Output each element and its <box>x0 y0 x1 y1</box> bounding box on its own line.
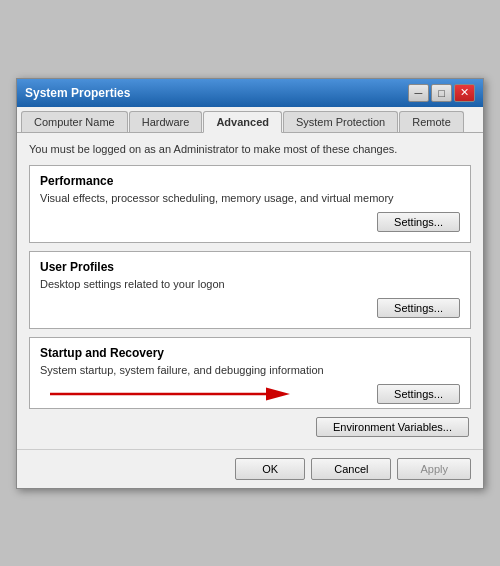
cancel-button[interactable]: Cancel <box>311 458 391 480</box>
performance-title: Performance <box>40 174 460 188</box>
performance-desc: Visual effects, processor scheduling, me… <box>40 192 460 204</box>
performance-section: Performance Visual effects, processor sc… <box>29 165 471 243</box>
tab-system-protection[interactable]: System Protection <box>283 111 398 132</box>
startup-recovery-title: Startup and Recovery <box>40 346 460 360</box>
svg-marker-1 <box>266 387 290 400</box>
title-bar-buttons: ─ □ ✕ <box>408 84 475 102</box>
startup-recovery-section: Startup and Recovery System startup, sys… <box>29 337 471 409</box>
apply-button[interactable]: Apply <box>397 458 471 480</box>
red-arrow-icon <box>50 382 290 406</box>
close-button[interactable]: ✕ <box>454 84 475 102</box>
startup-settings-row: Settings... <box>40 384 460 404</box>
maximize-button[interactable]: □ <box>431 84 452 102</box>
startup-recovery-desc: System startup, system failure, and debu… <box>40 364 460 376</box>
tab-remote[interactable]: Remote <box>399 111 464 132</box>
startup-recovery-settings-button[interactable]: Settings... <box>377 384 460 404</box>
ok-button[interactable]: OK <box>235 458 305 480</box>
environment-variables-button[interactable]: Environment Variables... <box>316 417 469 437</box>
minimize-button[interactable]: ─ <box>408 84 429 102</box>
system-properties-window: System Properties ─ □ ✕ Computer Name Ha… <box>16 78 484 489</box>
title-bar: System Properties ─ □ ✕ <box>17 79 483 107</box>
admin-notice: You must be logged on as an Administrato… <box>29 143 471 155</box>
performance-settings-row: Settings... <box>40 212 460 232</box>
tab-computer-name[interactable]: Computer Name <box>21 111 128 132</box>
window-title: System Properties <box>25 86 130 100</box>
user-profiles-settings-button[interactable]: Settings... <box>377 298 460 318</box>
performance-settings-button[interactable]: Settings... <box>377 212 460 232</box>
tab-bar: Computer Name Hardware Advanced System P… <box>17 107 483 133</box>
env-vars-row: Environment Variables... <box>29 417 471 437</box>
user-profiles-section: User Profiles Desktop settings related t… <box>29 251 471 329</box>
user-profiles-desc: Desktop settings related to your logon <box>40 278 460 290</box>
tab-hardware[interactable]: Hardware <box>129 111 203 132</box>
user-profiles-settings-row: Settings... <box>40 298 460 318</box>
user-profiles-title: User Profiles <box>40 260 460 274</box>
bottom-bar: OK Cancel Apply <box>17 449 483 488</box>
content-area: You must be logged on as an Administrato… <box>17 133 483 449</box>
tab-advanced[interactable]: Advanced <box>203 111 282 133</box>
